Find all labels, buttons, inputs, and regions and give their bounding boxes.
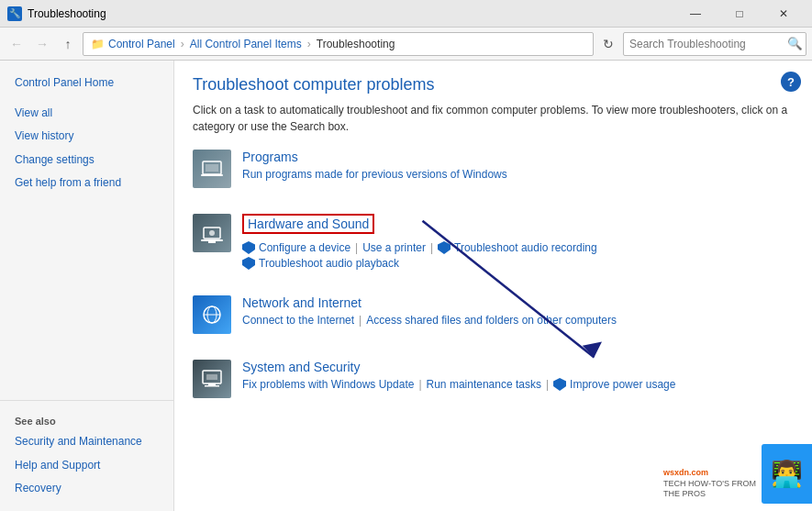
shield-icon-audio-record bbox=[438, 241, 450, 254]
help-button[interactable]: ? bbox=[781, 72, 801, 92]
sidebar-item-security-maintenance[interactable]: Security and Maintenance bbox=[0, 430, 173, 453]
system-security-title[interactable]: System and Security bbox=[242, 360, 794, 374]
up-button[interactable]: ↑ bbox=[57, 33, 79, 55]
titlebar: 🔧 Troubleshooting — □ ✕ bbox=[0, 0, 812, 28]
addressbar: ← → ↑ 📁 Control Panel › All Control Pane… bbox=[0, 28, 812, 61]
see-also-title: See also bbox=[0, 412, 173, 430]
improve-power-link[interactable]: Improve power usage bbox=[570, 378, 675, 391]
audio-recording-link[interactable]: Troubleshoot audio recording bbox=[454, 241, 597, 254]
sidebar-item-view-history[interactable]: View history bbox=[0, 125, 173, 148]
svg-point-4 bbox=[209, 230, 215, 236]
system-icon bbox=[193, 360, 231, 398]
watermark: wsxdn.com TECH HOW-TO'S FROM THE PROS 👨‍… bbox=[658, 444, 812, 504]
search-input[interactable] bbox=[624, 38, 784, 50]
category-hardware-sound: Hardware and Sound Configure a device | … bbox=[193, 214, 794, 283]
folder-icon: 📁 bbox=[91, 38, 105, 50]
network-internet-title[interactable]: Network and Internet bbox=[242, 295, 794, 310]
svg-rect-2 bbox=[201, 174, 223, 176]
shield-icon-power bbox=[553, 378, 566, 391]
audio-playback-link[interactable]: Troubleshoot audio playback bbox=[259, 257, 399, 270]
path-control-panel[interactable]: Control Panel bbox=[108, 38, 175, 50]
category-network-internet: Network and Internet Connect to the Inte… bbox=[193, 295, 794, 347]
back-button[interactable]: ← bbox=[6, 33, 28, 55]
svg-rect-6 bbox=[208, 241, 216, 243]
sidebar-item-change-settings[interactable]: Change settings bbox=[0, 149, 173, 172]
see-also-section: See also Security and Maintenance Help a… bbox=[0, 400, 173, 500]
sidebar-item-get-help[interactable]: Get help from a friend bbox=[0, 172, 173, 194]
shield-icon-audio-play bbox=[242, 257, 255, 270]
maximize-button[interactable]: □ bbox=[718, 0, 761, 28]
fix-windows-update-link[interactable]: Fix problems with Windows Update bbox=[242, 378, 414, 391]
programs-icon bbox=[193, 150, 231, 188]
svg-rect-13 bbox=[205, 385, 219, 387]
shield-icon-configure bbox=[242, 241, 255, 254]
address-bar[interactable]: 📁 Control Panel › All Control Panel Item… bbox=[83, 32, 594, 56]
page-description: Click on a task to automatically trouble… bbox=[193, 102, 794, 135]
access-shared-link[interactable]: Access shared files and folders on other… bbox=[366, 314, 617, 327]
window-title: Troubleshooting bbox=[28, 7, 674, 20]
search-icon-button[interactable]: 🔍 bbox=[784, 33, 806, 55]
minimize-button[interactable]: — bbox=[674, 0, 717, 28]
close-button[interactable]: ✕ bbox=[762, 0, 805, 28]
run-maintenance-link[interactable]: Run maintenance tasks bbox=[427, 378, 541, 391]
svg-rect-5 bbox=[201, 239, 223, 241]
forward-button[interactable]: → bbox=[31, 33, 53, 55]
programs-title[interactable]: Programs bbox=[242, 150, 794, 164]
category-system-security: System and Security Fix problems with Wi… bbox=[193, 360, 794, 411]
svg-rect-1 bbox=[206, 164, 218, 172]
configure-device-link[interactable]: Configure a device bbox=[259, 241, 350, 254]
sidebar-item-view-all[interactable]: View all bbox=[0, 102, 173, 125]
path-current: Troubleshooting bbox=[317, 38, 395, 50]
app-icon: 🔧 bbox=[7, 6, 22, 21]
appuals-logo-figure: 👨‍💻 bbox=[771, 459, 803, 489]
sidebar-item-control-panel-home[interactable]: Control Panel Home bbox=[0, 72, 173, 94]
sidebar: Control Panel Home View all View history… bbox=[0, 61, 174, 511]
sidebar-item-recovery[interactable]: Recovery bbox=[0, 477, 173, 500]
use-printer-link[interactable]: Use a printer bbox=[362, 241, 426, 254]
programs-subtitle[interactable]: Run programs made for previous versions … bbox=[242, 168, 507, 181]
window-controls: — □ ✕ bbox=[674, 0, 805, 28]
page-title: Troubleshoot computer problems bbox=[193, 75, 794, 94]
refresh-button[interactable]: ↻ bbox=[597, 33, 619, 55]
svg-rect-12 bbox=[208, 383, 216, 385]
network-icon bbox=[193, 295, 231, 334]
sidebar-item-help-support[interactable]: Help and Support bbox=[0, 454, 173, 477]
hardware-icon bbox=[193, 214, 231, 252]
category-programs: Programs Run programs made for previous … bbox=[193, 150, 794, 201]
path-all-items[interactable]: All Control Panel Items bbox=[190, 38, 302, 50]
connect-internet-link[interactable]: Connect to the Internet bbox=[242, 314, 354, 327]
search-box[interactable]: 🔍 bbox=[623, 32, 806, 56]
svg-rect-11 bbox=[206, 374, 217, 380]
hardware-sound-title[interactable]: Hardware and Sound bbox=[242, 214, 374, 234]
